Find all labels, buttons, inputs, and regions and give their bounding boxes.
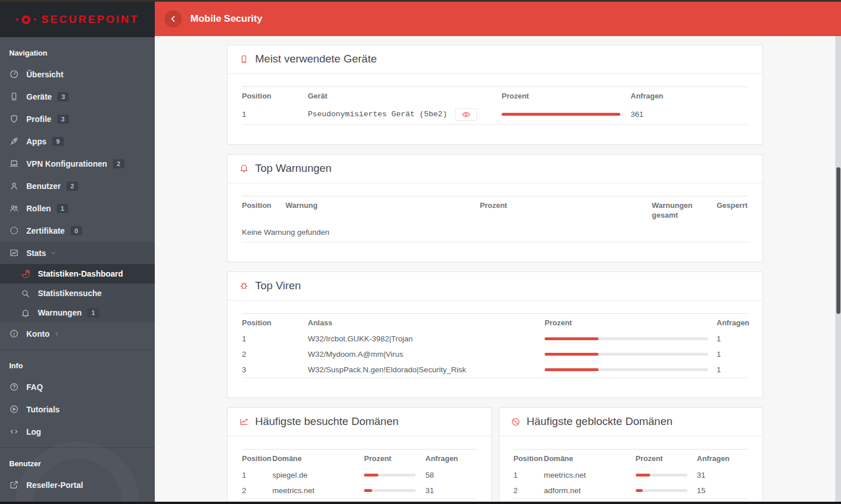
device-name: Pseudonymisiertes Gerät (5be2) — [308, 110, 447, 119]
code-icon — [9, 427, 19, 436]
card-body: PositionDomäneProzentAnfragen1meetrics.n… — [499, 436, 763, 502]
user-icon — [9, 181, 19, 191]
sidebar-item-label: Statistikensuche — [38, 289, 101, 298]
progress-fill — [545, 337, 599, 340]
progress-fill — [502, 113, 620, 116]
cell: 1 — [717, 334, 748, 343]
table-header-row: PositionDomäneProzentAnfragen — [514, 449, 749, 467]
card-warnings: Top WarnungenPositionWarnungProzentWarnu… — [227, 154, 763, 262]
card-body: PositionWarnungProzentWarnungen gesamtGe… — [228, 183, 762, 262]
percent-cell — [364, 474, 425, 477]
progress-track — [545, 353, 708, 356]
scrollbar-thumb[interactable] — [836, 167, 840, 314]
cell: 361 — [631, 110, 748, 119]
pie-icon — [21, 269, 30, 279]
app-layout: SECUREPOINT NavigationÜbersichtGeräte3Pr… — [0, 2, 841, 502]
sidebar-item-rollen[interactable]: Rollen1 — [0, 197, 155, 219]
percent-cell — [502, 113, 631, 116]
card-header: Häufigste besuchte Domänen — [228, 408, 491, 436]
table-body: 1Pseudonymisiertes Gerät (5be2)361 — [242, 105, 748, 125]
table-body: 1meetrics.net312adform.net15 — [514, 467, 749, 499]
phone-icon — [9, 92, 19, 101]
count-badge: 1 — [57, 204, 68, 213]
empty-state-text: Keine Warnung gefunden — [242, 224, 748, 242]
chevron-left-icon — [54, 331, 60, 337]
cards-row: Häufigste besuchte DomänenPositionDomäne… — [227, 407, 763, 502]
sidebar-item-profile[interactable]: Profile3 — [0, 108, 155, 130]
percent-cell — [545, 337, 717, 340]
progress-track — [545, 337, 708, 340]
logo-dot-icon — [34, 18, 36, 21]
column-header-prozent: Prozent — [545, 318, 717, 328]
column-header-position: Position — [242, 200, 285, 211]
sidebar-item-statistikensuche[interactable]: Statistikensuche — [0, 284, 155, 303]
sidebar-item-apps[interactable]: Apps9 — [0, 130, 155, 152]
table-row: 1spiegel.de58 — [242, 467, 477, 483]
card-title: Häufigste besuchte Domänen — [255, 415, 398, 428]
sidebar-item-zertifikate[interactable]: Zertifikate0 — [0, 219, 155, 242]
sidebar-item-label: Rollen — [26, 204, 51, 213]
percent-cell — [636, 489, 697, 492]
column-header-domane: Domäne — [272, 454, 364, 464]
scrollbar-track[interactable] — [835, 36, 841, 502]
sidebar-item-vpn-konfigurationen[interactable]: VPN Konfigurationen2 — [0, 152, 155, 175]
card-visited-domains: Häufigste besuchte DomänenPositionDomäne… — [227, 407, 492, 502]
sidebar-item-tutorials[interactable]: Tutorials — [0, 398, 155, 420]
table-header-row: PositionGerätProzentAnfragen — [242, 86, 748, 105]
phone-icon — [239, 54, 249, 64]
cell: W32/SuspPack.N.gen!Eldorado|Security_Ris… — [308, 365, 545, 374]
column-header-prozent: Prozent — [480, 200, 652, 211]
sidebar-item-gerate[interactable]: Geräte3 — [0, 85, 155, 108]
progress-track — [636, 489, 687, 492]
back-button[interactable] — [165, 10, 182, 27]
window-bottom-edge — [0, 502, 841, 504]
table-row: 2adform.net15 — [514, 483, 749, 498]
count-badge: 3 — [57, 115, 69, 124]
progress-track — [502, 113, 620, 116]
sidebar-item-ubersicht[interactable]: Übersicht — [0, 63, 155, 85]
sidebar-item-label: Übersicht — [26, 70, 64, 79]
card-title: Häufigste geblockte Domänen — [527, 415, 673, 428]
card-header: Top Viren — [228, 272, 762, 301]
sidebar-item-label: Benutzer — [26, 182, 61, 191]
sidebar-item-log[interactable]: Log — [0, 420, 155, 443]
card-body: PositionGerätProzentAnfragen1Pseudonymis… — [228, 74, 762, 144]
sidebar-item-label: Tutorials — [26, 405, 60, 414]
sidebar-item-label: Konto — [26, 329, 49, 338]
cell: W32/Mydoom.A@mm|Virus — [308, 350, 545, 359]
sidebar-item-stats[interactable]: Stats — [0, 242, 155, 264]
progress-fill — [636, 474, 650, 477]
sidebar-item-benutzer[interactable]: Benutzer2 — [0, 175, 155, 197]
table-row: 2meetrics.net31 — [242, 483, 477, 498]
count-badge: 0 — [71, 226, 82, 235]
card-header: Häufigste geblockte Domänen — [499, 408, 763, 436]
ban-icon — [511, 417, 521, 427]
card-body: PositionAnlassProzentAnfragen1W32/Ircbot… — [228, 301, 762, 398]
progress-track — [545, 368, 708, 371]
app-window: SECUREPOINT NavigationÜbersichtGeräte3Pr… — [0, 0, 841, 504]
table-header-row: PositionDomäneProzentAnfragen — [242, 449, 477, 467]
cert-icon — [9, 226, 19, 235]
eye-icon — [461, 110, 471, 119]
view-device-button[interactable] — [455, 108, 477, 121]
column-header-warnungen-gesamt: Warnungen gesamt — [652, 200, 717, 220]
position-cell: 1 — [242, 110, 308, 119]
bell-icon — [21, 308, 30, 318]
percent-cell — [545, 368, 717, 371]
position-cell: 1 — [242, 334, 308, 343]
shield-icon — [9, 114, 19, 124]
sidebar-item-faq[interactable]: FAQ — [0, 376, 155, 398]
sidebar-item-label: Log — [26, 427, 41, 436]
page-header: Mobile Security — [155, 2, 841, 36]
table-header-row: PositionAnlassProzentAnfragen — [242, 313, 748, 332]
sidebar-item-statistiken-dashboard[interactable]: Statistiken-Dashboard — [0, 264, 155, 284]
sidebar-item-konto[interactable]: Konto — [0, 322, 155, 345]
chart-icon — [9, 248, 19, 258]
sidebar-item-warnungen[interactable]: Warnungen1 — [0, 303, 155, 322]
device-cell: Pseudonymisiertes Gerät (5be2) — [308, 108, 502, 121]
sidebar: SECUREPOINT NavigationÜbersichtGeräte3Pr… — [0, 2, 155, 502]
sidebar-item-label: Stats — [26, 249, 46, 258]
card-header: Meist verwendete Geräte — [228, 45, 762, 74]
column-header-anfragen: Anfragen — [631, 91, 748, 101]
progress-track — [636, 474, 687, 477]
